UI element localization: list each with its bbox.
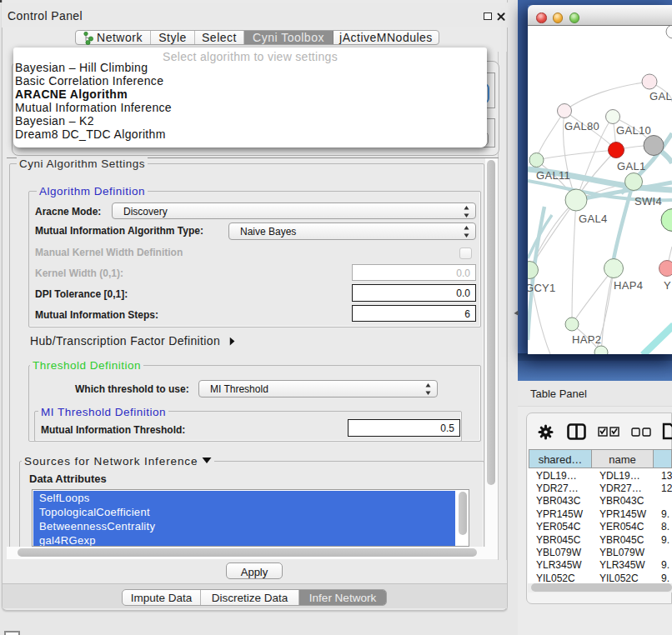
svg-text:GAL10: GAL10 <box>616 124 651 137</box>
svg-text:SWI4: SWI4 <box>634 195 662 208</box>
svg-text:GAL1: GAL1 <box>617 160 645 172</box>
svg-text:GCY1: GCY1 <box>528 282 556 294</box>
svg-text:Y: Y <box>664 279 671 292</box>
svg-text:GAL4: GAL4 <box>579 212 607 225</box>
svg-text:GAL2: GAL2 <box>649 90 672 102</box>
svg-text:GAL80: GAL80 <box>564 120 599 132</box>
svg-text:GAL11: GAL11 <box>536 169 570 182</box>
svg-text:HAP2: HAP2 <box>572 333 601 346</box>
svg-text:HAP4: HAP4 <box>614 279 643 292</box>
